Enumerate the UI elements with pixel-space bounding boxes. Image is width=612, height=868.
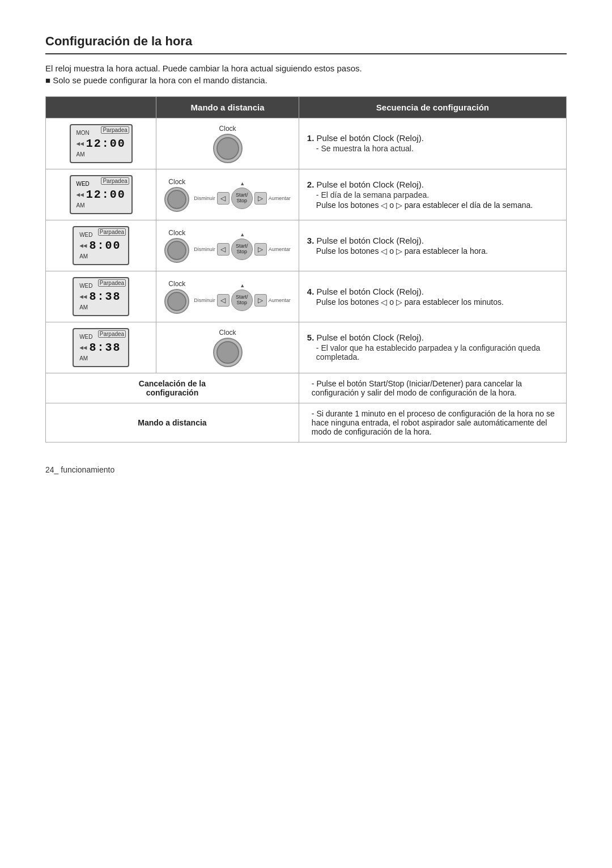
lcd-ampm: AM <box>79 253 122 259</box>
lcd-ampm: AM <box>79 304 122 310</box>
table-row-row2: ParpadeaWED◀◀12:00AMClock▲Disminuir◁Star… <box>46 169 567 220</box>
seq-sub: El valor que ha establecido parpadea y l… <box>316 343 558 361</box>
bottom-label-0: Cancelación de laconfiguración <box>46 373 299 403</box>
lcd-signal-icon: ◀◀ <box>76 140 84 147</box>
seq-plain: Pulse los botones ◁ o ▷ para establecer … <box>316 297 558 307</box>
clock-button-group: Clock <box>164 280 189 314</box>
bottom-text-0: Pulse el botón Start/Stop (Iniciar/Deten… <box>299 373 566 403</box>
start-stop-button[interactable]: Start/ Stop <box>231 239 253 260</box>
display-cell-row4: ParpadeaWED◀◀8:38AM <box>46 271 156 322</box>
display-cell-row3: ParpadeaWED◀◀8:00AM <box>46 220 156 271</box>
remote-cell-row3: Clock▲Disminuir◁Start/ Stop▷Aumentar <box>156 220 299 271</box>
clock-label: Clock <box>219 329 236 337</box>
aumentar-label: Aumentar <box>269 246 291 252</box>
clock-button[interactable] <box>213 338 243 367</box>
lcd-signal-icon: ◀◀ <box>76 191 84 198</box>
table-row-row5: ParpadeaWED◀◀8:38AMClock5. Pulse el botó… <box>46 322 567 373</box>
remote-cell-row1: Clock <box>156 118 299 169</box>
col-seq-header: Secuencia de configuración <box>299 97 566 118</box>
page-footer: 24_ funcionamiento <box>45 465 567 474</box>
clock-button-group: Clock <box>213 125 243 163</box>
clock-button-group: Clock <box>164 229 189 263</box>
aumentar-label: Aumentar <box>269 195 291 201</box>
clock-button[interactable] <box>164 289 189 314</box>
page-title: Configuración de la hora <box>45 34 567 54</box>
table-row-row3: ParpadeaWED◀◀8:00AMClock▲Disminuir◁Start… <box>46 220 567 271</box>
left-arrow-button[interactable]: ◁ <box>217 192 230 205</box>
lcd-display-row2: ParpadeaWED◀◀12:00AM <box>70 175 133 214</box>
seq-plain: Pulse los botones ◁ o ▷ para establecer … <box>316 246 558 256</box>
seq-step: 3. Pulse el botón Clock (Reloj). <box>307 236 558 245</box>
lcd-time: 8:00 <box>89 239 121 252</box>
table-row-row4: ParpadeaWED◀◀8:38AMClock▲Disminuir◁Start… <box>46 271 567 322</box>
clock-label: Clock <box>219 125 236 133</box>
bottom-text-para-1: Si durante 1 minuto en el proceso de con… <box>307 409 558 436</box>
seq-step: 1. Pulse el botón Clock (Reloj). <box>307 133 558 143</box>
clock-label: Clock <box>168 229 185 237</box>
seq-sub: El día de la semana parpadea. <box>316 190 558 199</box>
display-cell-row2: ParpadeaWED◀◀12:00AM <box>46 169 156 220</box>
bottom-row-0: Cancelación de laconfiguraciónPulse el b… <box>46 373 567 403</box>
bottom-row-1: Mando a distanciaSi durante 1 minuto en … <box>46 403 567 442</box>
lcd-time: 8:38 <box>89 290 121 303</box>
lcd-time: 8:38 <box>89 341 121 354</box>
right-arrow-button[interactable]: ▷ <box>254 192 267 205</box>
clock-button-group: Clock <box>164 178 189 212</box>
right-arrow-button[interactable]: ▷ <box>254 294 267 307</box>
col-display-header <box>46 97 156 118</box>
lcd-ampm: AM <box>79 355 122 361</box>
bottom-text-para-0: Pulse el botón Start/Stop (Iniciar/Deten… <box>307 379 558 397</box>
remote-cell-row2: Clock▲Disminuir◁Start/ Stop▷Aumentar <box>156 169 299 220</box>
seq-step: 4. Pulse el botón Clock (Reloj). <box>307 287 558 296</box>
start-stop-button[interactable]: Start/ Stop <box>231 290 253 311</box>
start-stop-button[interactable]: Start/ Stop <box>231 188 253 209</box>
display-cell-row1: ParpadeaMON◀◀12:00AM <box>46 118 156 169</box>
clock-button[interactable] <box>213 134 243 163</box>
bottom-text-1: Si durante 1 minuto en el proceso de con… <box>299 403 566 442</box>
right-arrow-button[interactable]: ▷ <box>254 243 267 256</box>
bottom-label-1: Mando a distancia <box>46 403 299 442</box>
disminuir-label: Disminuir <box>194 297 215 303</box>
parpadea-label: Parpadea <box>98 228 126 236</box>
lcd-signal-icon: ◀◀ <box>79 242 87 249</box>
lcd-signal-icon: ◀◀ <box>79 293 87 300</box>
clock-button[interactable] <box>164 238 189 263</box>
lcd-display-row1: ParpadeaMON◀◀12:00AM <box>70 124 133 163</box>
lcd-display-row3: ParpadeaWED◀◀8:00AM <box>73 226 129 265</box>
seq-cell-row1: 1. Pulse el botón Clock (Reloj).Se muest… <box>299 118 566 169</box>
dpad-group: ▲Disminuir◁Start/ Stop▷Aumentar <box>194 232 291 260</box>
seq-step: 5. Pulse el botón Clock (Reloj). <box>307 333 558 342</box>
parpadea-label: Parpadea <box>98 279 126 287</box>
seq-step: 2. Pulse el botón Clock (Reloj). <box>307 180 558 189</box>
remote-cell-row5: Clock <box>156 322 299 373</box>
lcd-display-row4: ParpadeaWED◀◀8:38AM <box>73 277 129 316</box>
lcd-ampm: AM <box>76 151 126 158</box>
parpadea-label: Parpadea <box>101 177 129 185</box>
clock-button[interactable] <box>164 187 189 212</box>
seq-cell-row5: 5. Pulse el botón Clock (Reloj).El valor… <box>299 322 566 373</box>
aumentar-label: Aumentar <box>269 297 291 303</box>
lcd-ampm: AM <box>76 202 126 209</box>
seq-plain: Pulse los botones ◁ o ▷ para establecer … <box>316 201 558 210</box>
table-row-row1: ParpadeaMON◀◀12:00AMClock1. Pulse el bot… <box>46 118 567 169</box>
intro-text-1: El reloj muestra la hora actual. Puede c… <box>45 63 567 73</box>
clock-label: Clock <box>168 178 185 186</box>
dpad-group: ▲Disminuir◁Start/ Stop▷Aumentar <box>194 181 291 209</box>
seq-cell-row2: 2. Pulse el botón Clock (Reloj).El día d… <box>299 169 566 220</box>
remote-cell-row4: Clock▲Disminuir◁Start/ Stop▷Aumentar <box>156 271 299 322</box>
seq-cell-row4: 4. Pulse el botón Clock (Reloj).Pulse lo… <box>299 271 566 322</box>
lcd-display-row5: ParpadeaWED◀◀8:38AM <box>73 328 129 367</box>
col-remote-header: Mando a distancia <box>156 97 299 118</box>
dpad-group: ▲Disminuir◁Start/ Stop▷Aumentar <box>194 283 291 311</box>
parpadea-label: Parpadea <box>98 330 126 338</box>
display-cell-row5: ParpadeaWED◀◀8:38AM <box>46 322 156 373</box>
clock-label: Clock <box>168 280 185 288</box>
left-arrow-button[interactable]: ◁ <box>217 243 230 256</box>
lcd-time: 12:00 <box>86 188 126 201</box>
intro-text-2: Solo se puede configurar la hora con el … <box>45 75 567 85</box>
left-arrow-button[interactable]: ◁ <box>217 294 230 307</box>
disminuir-label: Disminuir <box>194 246 215 252</box>
lcd-signal-icon: ◀◀ <box>79 344 87 351</box>
disminuir-label: Disminuir <box>194 195 215 201</box>
config-table: Mando a distancia Secuencia de configura… <box>45 96 567 442</box>
